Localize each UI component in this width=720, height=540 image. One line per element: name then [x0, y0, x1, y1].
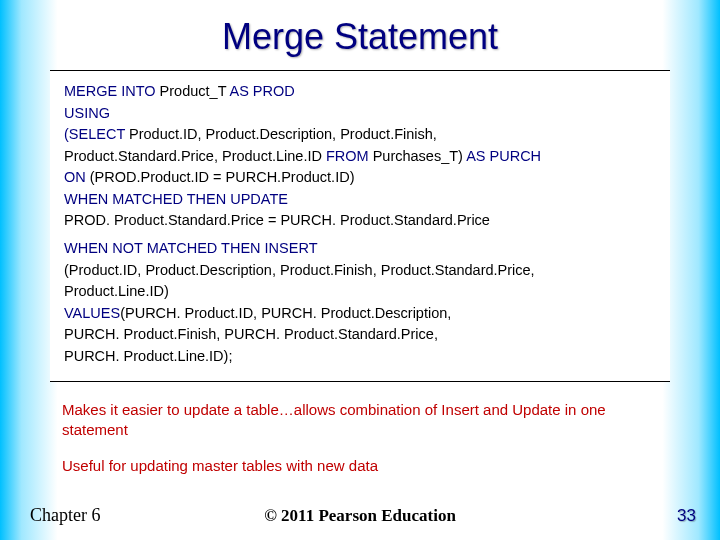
page-number: 33 — [677, 506, 696, 526]
code-text: Purchases_T) — [369, 148, 467, 164]
description-1: Makes it easier to update a table…allows… — [62, 400, 658, 439]
keyword-merge-into: MERGE INTO — [64, 83, 156, 99]
code-text: Product.ID, Product.Description, Product… — [125, 126, 437, 142]
description-2: Useful for updating master tables with n… — [62, 457, 658, 474]
code-text: PROD. Product.Standard.Price = PURCH. Pr… — [64, 210, 656, 232]
code-text: (Product.ID, Product.Description, Produc… — [64, 260, 656, 282]
keyword-as-prod: AS PROD — [229, 83, 294, 99]
code-text: PURCH. Product.Line.ID); — [64, 346, 656, 368]
keyword-from: FROM — [326, 148, 369, 164]
code-text: (PROD.Product.ID = PURCH.Product.ID) — [86, 169, 355, 185]
code-line: MERGE INTO Product_T AS PROD — [64, 81, 656, 103]
keyword-values: VALUES — [64, 305, 120, 321]
keyword-as-purch: AS PURCH — [466, 148, 541, 164]
copyright-text: © 2011 Pearson Education — [0, 506, 720, 526]
code-line: ON (PROD.Product.ID = PURCH.Product.ID) — [64, 167, 656, 189]
code-text: Product.Standard.Price, Product.Line.ID — [64, 148, 326, 164]
code-line: (SELECT Product.ID, Product.Description,… — [64, 124, 656, 146]
code-line: Product.Standard.Price, Product.Line.ID … — [64, 146, 656, 168]
sql-code-block: MERGE INTO Product_T AS PROD USING (SELE… — [50, 70, 670, 382]
keyword-using: USING — [64, 103, 656, 125]
code-text: Product_T — [156, 83, 230, 99]
code-line: VALUES(PURCH. Product.ID, PURCH. Product… — [64, 303, 656, 325]
code-text: PURCH. Product.Finish, PURCH. Product.St… — [64, 324, 656, 346]
code-text: (PURCH. Product.ID, PURCH. Product.Descr… — [120, 305, 451, 321]
keyword-when-not-matched: WHEN NOT MATCHED THEN INSERT — [64, 238, 656, 260]
keyword-when-matched: WHEN MATCHED THEN UPDATE — [64, 189, 656, 211]
slide-title: Merge Statement — [0, 0, 720, 58]
keyword-on: ON — [64, 169, 86, 185]
code-text: Product.Line.ID) — [64, 281, 656, 303]
keyword-select: (SELECT — [64, 126, 125, 142]
